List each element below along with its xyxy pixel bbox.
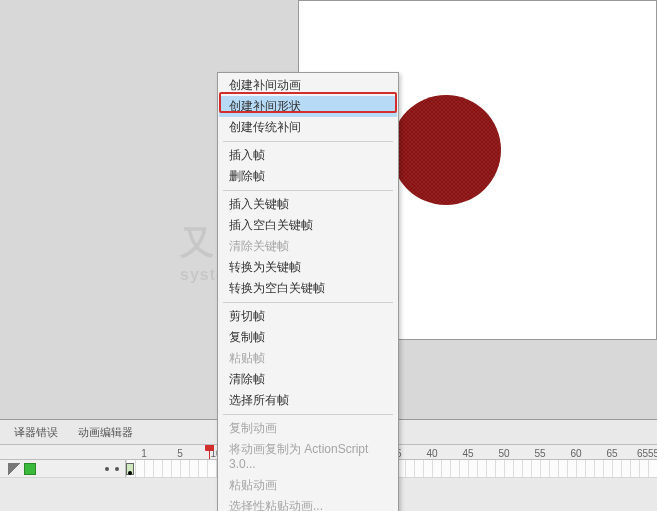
shape-circle[interactable] [391,95,501,205]
menu-item[interactable]: 插入帧 [219,145,397,166]
ruler-tick: 5 [162,448,198,459]
playhead[interactable] [209,445,210,460]
ruler-tick: 65 [594,448,630,459]
ruler-tick: 50 [486,448,522,459]
timeline-context-menu: 创建补间动画创建补间形状创建传统补间插入帧删除帧插入关键帧插入空白关键帧清除关键… [217,72,399,511]
menu-item[interactable]: 删除帧 [219,166,397,187]
menu-item[interactable]: 选择所有帧 [219,390,397,411]
menu-item: 粘贴帧 [219,348,397,369]
ruler-tick: 40 [414,448,450,459]
ruler-tick: 60 [558,448,594,459]
pencil-icon [8,463,20,475]
menu-item: 清除关键帧 [219,236,397,257]
menu-item: 粘贴动画 [219,475,397,496]
menu-item[interactable]: 插入空白关键帧 [219,215,397,236]
menu-item[interactable]: 插入关键帧 [219,194,397,215]
menu-item[interactable]: 清除帧 [219,369,397,390]
menu-item: 复制动画 [219,418,397,439]
menu-item[interactable]: 剪切帧 [219,306,397,327]
ruler-tick: 55 [522,448,558,459]
menu-item[interactable]: 复制帧 [219,327,397,348]
ruler-tick: 6555 [630,448,657,459]
tab-motion-editor[interactable]: 动画编辑器 [72,423,139,442]
menu-item: 选择性粘贴动画... [219,496,397,511]
menu-item[interactable]: 创建补间动画 [219,75,397,96]
keyframe[interactable] [126,463,134,475]
ruler-tick: 1 [126,448,162,459]
menu-item: 将动画复制为 ActionScript 3.0... [219,439,397,475]
layer-toggle-dots[interactable] [105,467,119,471]
layer-head[interactable] [0,460,126,477]
menu-item[interactable]: 转换为空白关键帧 [219,278,397,299]
tab-compiler-errors[interactable]: 译器错误 [8,423,64,442]
ruler-tick: 45 [450,448,486,459]
layer-color-swatch [24,463,36,475]
menu-item[interactable]: 创建传统补间 [219,117,397,138]
menu-item[interactable]: 转换为关键帧 [219,257,397,278]
menu-item[interactable]: 创建补间形状 [219,96,397,117]
